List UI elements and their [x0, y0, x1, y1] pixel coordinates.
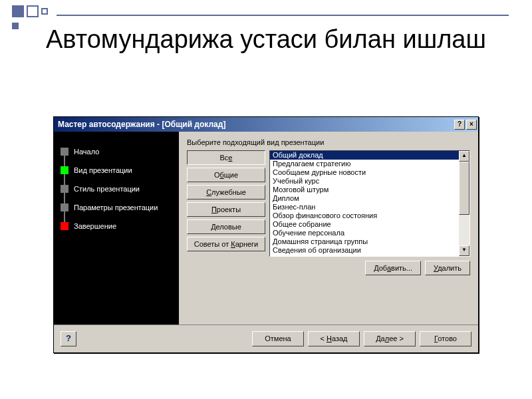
step-label: Параметры презентации [74, 203, 158, 211]
add-button[interactable]: Добавить... [365, 261, 421, 275]
dialog-body: Начало Вид презентации Стиль презентации… [54, 132, 478, 325]
titlebar-close-button[interactable]: × [466, 120, 477, 130]
slide-divider [57, 15, 509, 16]
finish-button[interactable]: Готово [420, 331, 471, 346]
wizard-content-panel: Выберите подходящий вид презентации Все … [179, 132, 478, 325]
step-box-icon [61, 203, 68, 211]
step-box-icon [61, 185, 68, 193]
wizard-steps-panel: Начало Вид презентации Стиль презентации… [54, 132, 179, 325]
step-box-icon [61, 148, 68, 156]
step-label: Стиль презентации [74, 185, 140, 193]
list-item[interactable]: Учебный курс [270, 177, 459, 186]
slide-title: Автомундарижа устаси билан ишлаш [40, 25, 492, 54]
scroll-up-button[interactable]: ▲ [459, 151, 469, 162]
list-item[interactable]: Сведения об организации [270, 246, 459, 255]
list-item[interactable]: Домашняя страница группы [270, 237, 459, 246]
help-button[interactable]: ? [61, 331, 76, 346]
list-item[interactable]: Обзор финансового состояния [270, 211, 459, 220]
cancel-button[interactable]: Отмена [252, 331, 304, 346]
prompt-label: Выберите подходящий вид презентации [187, 138, 470, 146]
step-presentation-style[interactable]: Стиль презентации [61, 180, 172, 198]
next-button[interactable]: Далее > [364, 331, 416, 346]
help-icon: ? [66, 333, 71, 343]
list-item[interactable]: Сообщаем дурные новости [270, 168, 459, 177]
remove-button[interactable]: Удалить [425, 261, 470, 275]
category-common-button[interactable]: Общие [187, 168, 265, 182]
listbox-scrollbar[interactable]: ▲ ▼ [459, 151, 469, 256]
dialog-footer: ? Отмена < Назад Далее > Готово [54, 325, 478, 352]
list-item[interactable]: Предлагаем стратегию [270, 160, 459, 168]
step-label: Вид презентации [74, 166, 132, 174]
list-item[interactable]: Мозговой штурм [270, 186, 459, 194]
scroll-down-button[interactable]: ▼ [459, 245, 469, 256]
presentation-type-listbox[interactable]: Общий доклад Предлагаем стратегию Сообща… [269, 150, 470, 257]
scroll-thumb[interactable] [459, 162, 469, 215]
step-presentation-type[interactable]: Вид презентации [61, 161, 172, 180]
presentation-slide: Автомундарижа устаси билан ишлаш Мастер … [0, 0, 532, 399]
category-all-button[interactable]: Все [187, 150, 265, 165]
titlebar-help-button[interactable]: ? [454, 120, 465, 130]
scroll-track[interactable] [459, 162, 469, 245]
back-button[interactable]: < Назад [308, 331, 360, 346]
step-presentation-params[interactable]: Параметры презентации [61, 198, 172, 217]
step-start[interactable]: Начало [61, 142, 172, 161]
category-service-button[interactable]: Служебные [187, 185, 265, 200]
step-box-icon [61, 222, 68, 230]
step-label: Завершение [74, 222, 116, 230]
dialog-title: Мастер автосодержания - [Общий доклад] [58, 120, 225, 129]
dialog-titlebar: Мастер автосодержания - [Общий доклад] ?… [54, 117, 478, 132]
autocontent-wizard-dialog: Мастер автосодержания - [Общий доклад] ?… [53, 116, 479, 353]
list-item[interactable]: Обучение персонала [270, 229, 459, 237]
step-label: Начало [74, 148, 99, 156]
category-projects-button[interactable]: Проекты [187, 202, 265, 217]
step-finish[interactable]: Завершение [61, 217, 172, 235]
category-business-button[interactable]: Деловые [187, 219, 265, 234]
list-item[interactable]: Общий доклад [270, 151, 459, 160]
step-box-icon [61, 166, 68, 174]
category-buttons: Все Общие Служебные Проекты Деловые Сове… [187, 150, 265, 257]
category-carnegie-button[interactable]: Советы от Карнеги [187, 237, 265, 251]
list-item[interactable]: Бизнес-план [270, 203, 459, 211]
list-item[interactable]: Общее собрание [270, 220, 459, 229]
list-item[interactable]: Диплом [270, 194, 459, 203]
